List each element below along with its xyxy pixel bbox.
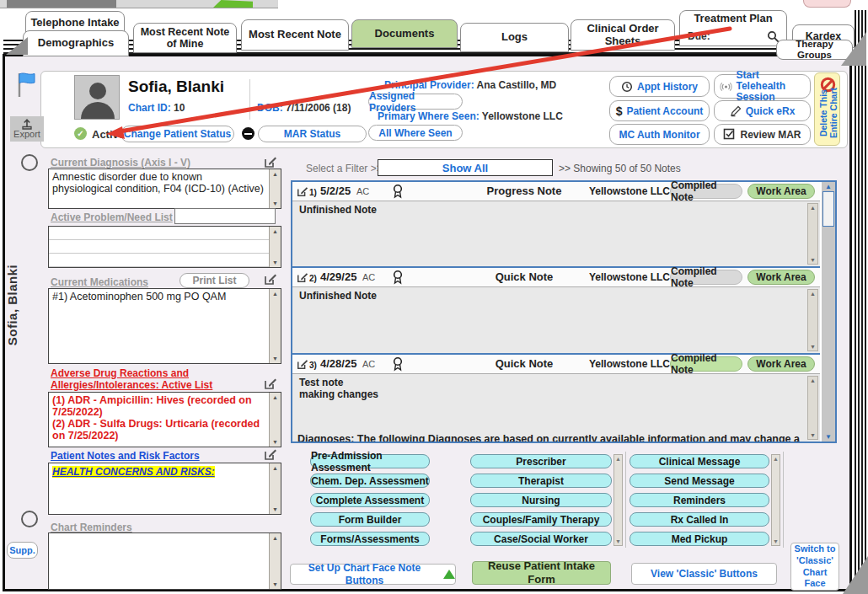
show-all-filter-button[interactable]: Show All — [378, 159, 553, 176]
patient-notes-box[interactable]: HEALTH CONCERNS AND RISKS: ▲▼ — [48, 463, 281, 515]
complete-assessment-button[interactable]: Complete Assessment — [310, 493, 430, 507]
couples-family-therapy-button[interactable]: Couples/Family Therapy — [470, 512, 612, 527]
note-2-compiled-note-button[interactable]: Compiled Note — [670, 270, 742, 285]
reminders-button[interactable]: Reminders — [630, 493, 769, 507]
note-2-scrollbar[interactable]: ▲▼ — [807, 289, 818, 351]
tab-clinical-order-sheets[interactable]: Clinical Order Sheets — [571, 19, 675, 51]
note-1-header[interactable]: 1) 5/2/25 AC Progress Note Yellowstone L… — [292, 182, 820, 201]
note-2-header[interactable]: 2) 4/29/25 AC Quick Note Yellowstone LLC… — [292, 268, 820, 286]
adr-box[interactable]: (1) ADR - Ampicillin: Hives (recorded on… — [48, 392, 281, 447]
note-buttons-scrollbar-middle[interactable]: ▲▼ — [613, 454, 623, 546]
tab-treatment-plan[interactable]: Treatment Plan Due: — [679, 10, 787, 46]
start-telehealth-button[interactable]: Start Telehealth Session — [714, 74, 811, 99]
clinical-message-button[interactable]: Clinical Message — [630, 454, 769, 468]
all-where-seen-button[interactable]: All Where Seen — [368, 125, 463, 141]
med-pickup-button[interactable]: Med Pickup — [630, 532, 769, 546]
section-circle-bottom[interactable] — [21, 511, 38, 527]
note-3-header[interactable]: 3) 4/28/25 AC Quick Note Yellowstone LLC… — [292, 355, 820, 373]
note-3-ribbon-icon — [392, 356, 404, 372]
edit-adr-icon[interactable] — [264, 377, 277, 390]
note-1-initials: AC — [356, 186, 369, 196]
note-3-work-area-button[interactable]: Work Area — [747, 356, 815, 372]
medications-scrollbar[interactable]: ▲▼ — [269, 289, 281, 363]
rx-called-in-button[interactable]: Rx Called In — [630, 512, 769, 527]
case-social-worker-button[interactable]: Case/Social Worker — [470, 532, 612, 546]
section-circle-top[interactable] — [21, 154, 38, 171]
quick-erx-label: Quick eRx — [746, 105, 796, 117]
reuse-patient-intake-form-button[interactable]: Reuse Patient Intake Form — [472, 561, 611, 585]
note-1-scrollbar[interactable]: ▲▼ — [807, 203, 818, 265]
chart-reminders-box[interactable]: ▲▼ — [48, 532, 281, 590]
note-buttons-scrollbar-right[interactable]: ▲▼ — [771, 454, 780, 546]
form-builder-button[interactable]: Form Builder — [310, 512, 430, 527]
mc-auth-monitor-button[interactable]: MC Auth Monitor — [609, 124, 710, 145]
export-button[interactable]: Export — [10, 116, 44, 142]
active-problem-input[interactable] — [174, 208, 276, 224]
problem-list-scrollbar[interactable]: ▲▼ — [269, 227, 281, 267]
appt-history-label: Appt History — [637, 81, 698, 93]
note-1-work-area-button[interactable]: Work Area — [747, 184, 815, 199]
telehealth-broadcast-icon — [720, 80, 732, 93]
tab-most-recent-note[interactable]: Most Recent Note — [241, 19, 349, 51]
edit-diagnosis-icon[interactable] — [264, 155, 277, 169]
note-3-body[interactable]: Test note making changes Diagnoses: The … — [292, 373, 820, 441]
diagnosis-scrollbar[interactable]: ▲▼ — [269, 169, 281, 208]
delete-entire-chart-button[interactable]: Delete This Entire Chart — [814, 72, 840, 146]
send-message-button[interactable]: Send Message — [630, 474, 769, 488]
chem-dep-assessment-button[interactable]: Chem. Dep. Assessment — [310, 474, 430, 488]
review-mar-button[interactable]: Review MAR — [714, 124, 811, 145]
note-2-work-area-button[interactable]: Work Area — [747, 270, 815, 285]
current-medications-label: Current Medications — [51, 276, 148, 288]
note-1-compiled-note-button[interactable]: Compiled Note — [670, 184, 742, 199]
forms-assessments-button[interactable]: Forms/Assessments — [310, 532, 430, 546]
primary-where-seen-label: Primary Where Seen: — [378, 110, 480, 122]
note-2-body[interactable]: Unfinished Note ▲▼ — [292, 286, 820, 353]
prescriber-button[interactable]: Prescriber — [470, 454, 612, 468]
note-1-edit-icon[interactable] — [297, 185, 308, 197]
quick-erx-button[interactable]: Quick eRx — [714, 100, 811, 121]
tab-therapy-groups[interactable]: Therapy Groups — [776, 40, 853, 60]
setup-chart-face-note-buttons-button[interactable]: Set Up Chart Face Note Buttons — [290, 564, 456, 585]
edit-patient-notes-icon[interactable] — [264, 447, 277, 461]
adr-item-1: (1) ADR - Ampicillin: Hives (recorded on… — [49, 393, 281, 418]
flag-icon[interactable] — [15, 71, 39, 99]
assigned-providers-button[interactable]: Assigned Providers — [368, 94, 463, 110]
edit-medications-icon[interactable] — [264, 272, 277, 286]
chart-id: Chart ID: 10 — [128, 102, 185, 114]
tab-logs[interactable]: Logs — [460, 23, 569, 52]
notes-scrollbar-thumb[interactable] — [822, 191, 834, 227]
view-classic-buttons-button[interactable]: View 'Classic' Buttons — [631, 563, 777, 585]
adr-scrollbar[interactable]: ▲▼ — [269, 393, 281, 447]
patient-avatar[interactable] — [74, 75, 120, 120]
note-1-body[interactable]: Unfinished Note ▲▼ — [292, 201, 820, 266]
review-mar-label: Review MAR — [740, 129, 801, 141]
switch-to-classic-chart-face-button[interactable]: Switch to 'Classic' Chart Face — [790, 543, 839, 591]
supp-button[interactable]: Supp. — [7, 542, 38, 559]
patient-account-button[interactable]: $ Patient Account — [609, 100, 710, 121]
current-diagnosis-box[interactable]: Amnestic disorder due to known physiolog… — [48, 169, 281, 209]
nursing-button[interactable]: Nursing — [470, 493, 612, 507]
patient-notes-scrollbar[interactable]: ▲▼ — [269, 463, 281, 514]
principal-provider-value: Ana Castillo, MD — [477, 79, 557, 91]
print-list-button[interactable]: Print List — [179, 273, 249, 288]
note-2-edit-icon[interactable] — [297, 271, 308, 283]
appt-history-button[interactable]: Appt History — [609, 76, 710, 97]
tab-documents[interactable]: Documents — [351, 19, 458, 48]
therapist-button[interactable]: Therapist — [470, 474, 612, 488]
change-patient-status-button[interactable]: Change Patient Status — [121, 126, 234, 142]
header-divider — [249, 79, 250, 120]
pre-admission-assessment-button[interactable]: Pre-Admission Assessment — [310, 454, 430, 468]
chart-reminders-scrollbar[interactable]: ▲▼ — [269, 533, 281, 589]
tab-demographics[interactable]: Demographics — [23, 30, 129, 56]
note-3-scrollbar[interactable]: ▲▼ — [807, 376, 818, 440]
tab-most-recent-note-of-mine[interactable]: Most Recent Note of Mine — [133, 23, 237, 53]
note-2-initials: AC — [362, 272, 375, 282]
note-3-edit-icon[interactable] — [297, 358, 308, 370]
current-medications-box[interactable]: #1) Acetominophen 500 mg PO QAM ▲▼ — [48, 288, 281, 364]
mar-status-button[interactable]: MAR Status — [258, 126, 367, 142]
active-problem-list-box[interactable]: ▲▼ — [48, 226, 281, 268]
start-telehealth-label: Start Telehealth Session — [737, 70, 806, 104]
notes-panel-scrollbar[interactable]: ▲▼ — [822, 182, 835, 441]
note-3-compiled-note-button[interactable]: Compiled Note — [670, 356, 742, 372]
minus-circle-icon[interactable] — [242, 127, 255, 140]
